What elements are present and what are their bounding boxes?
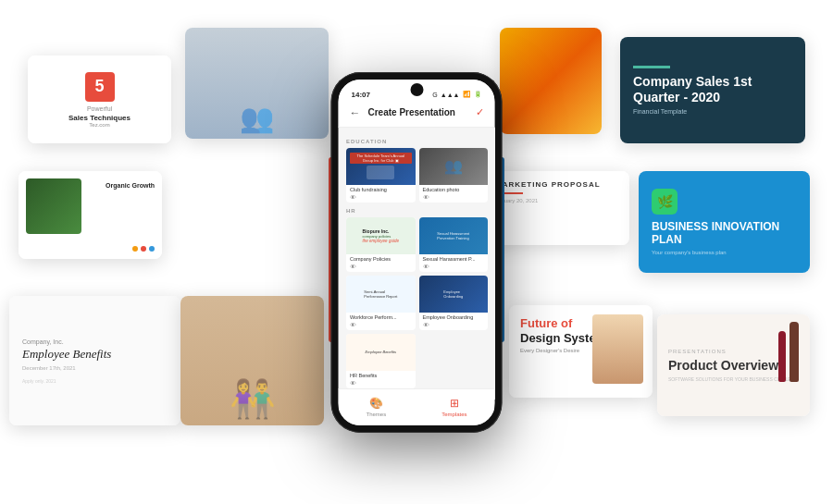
benefits-footer: Apply only. 2021 (22, 378, 168, 384)
club-thumb: The Schedule Team's Annual Group Inc. fo… (346, 148, 416, 185)
card-group-photo (180, 296, 324, 425)
card-people-photo (185, 28, 329, 139)
workforce-thumb: Semi-AnnualPerformance Report (346, 276, 416, 313)
workforce-eye-icon: 👁 (346, 322, 416, 330)
onboarding-thumb: EmployeeOnboarding (418, 276, 488, 313)
confirm-button[interactable]: ✓ (476, 106, 484, 118)
themes-icon: 🎨 (369, 397, 383, 410)
hr-grid: Biopure Inc. company policies the employ… (346, 217, 488, 330)
biz-icon: 🌿 (652, 189, 678, 215)
edu-eye-icon: 👁 (418, 194, 488, 203)
phone-body: 14:07 G ▲▲▲ 📶 🔋 ← Create Presentation ✓ (331, 72, 503, 433)
app-title: Create Presentation (368, 107, 476, 117)
template-list[interactable]: EDUCATION The Schedule Team's Annual Gro… (339, 128, 495, 400)
wifi-icon: 📶 (463, 91, 471, 98)
app-header: ← Create Presentation ✓ (339, 103, 495, 128)
status-icons: G ▲▲▲ 📶 🔋 (432, 91, 481, 98)
biz-title: BUSINESS INNOVATION PLAN (652, 220, 797, 247)
organic-image (26, 178, 81, 234)
section-hr: HR (346, 208, 488, 214)
marketing-title: MARKETING PROPOSAL (495, 180, 620, 189)
organic-dots (132, 246, 155, 252)
templates-icon: ⊞ (450, 397, 459, 410)
company-sales-sub: Financial Template (633, 108, 792, 115)
company-sales-bar (633, 66, 670, 68)
policies-eye-icon: 👁 (346, 264, 416, 272)
battery-icon: 🔋 (474, 91, 482, 98)
main-scene: 5 Powerful Sales Techniques Tez.com Orga… (0, 0, 833, 504)
harassment-name: Sexual Harassment P... (418, 254, 488, 264)
card-abstract (500, 28, 602, 134)
template-education[interactable]: 👥 Education photo 👁 (418, 148, 488, 203)
phone: 14:07 G ▲▲▲ 📶 🔋 ← Create Presentation ✓ (331, 72, 503, 433)
signal-icon: ▲▲▲ (441, 92, 460, 98)
abstract-image (500, 28, 602, 134)
sales-title: Sales Techniques (68, 114, 131, 122)
card-business-innovation: 🌿 BUSINESS INNOVATION PLAN Your company'… (639, 171, 810, 273)
template-workforce[interactable]: Semi-AnnualPerformance Report Workforce … (346, 276, 416, 330)
onboarding-name: Employee Onboarding (418, 313, 488, 322)
card-marketing-proposal: MARKETING PROPOSAL January 20, 2021 (486, 171, 629, 245)
sales-sub: Tez.com (89, 122, 109, 128)
sales-label: Powerful (87, 105, 112, 112)
nav-themes[interactable]: 🎨 Themes (366, 397, 386, 417)
edu-thumb: 👥 (418, 148, 488, 185)
club-eye-icon: 👁 (346, 194, 416, 203)
benefits-date: December 17th, 2021 (22, 365, 168, 371)
card-organic-growth: Organic Growth (19, 171, 162, 259)
nav-templates[interactable]: ⊞ Templates (441, 397, 466, 417)
card-product-overview: Presentations Product Overview SOFTWARE … (657, 314, 810, 416)
card-sales-techniques: 5 Powerful Sales Techniques Tez.com (28, 55, 171, 143)
hr-benefits-eye-icon: 👁 (346, 380, 416, 388)
google-icon: G (432, 92, 437, 98)
education-grid: The Schedule Team's Annual Group Inc. fo… (346, 148, 488, 203)
card-design-systems: Future ofDesign Systems Every Designer's… (509, 305, 653, 398)
template-harassment[interactable]: Sexual HarassmentPrevention Training Sex… (418, 217, 488, 272)
policies-name: Company Policies (346, 254, 416, 264)
policies-thumb: Biopure Inc. company policies the employ… (346, 217, 416, 254)
hr-benefits-thumb: Employee Benefits (346, 334, 416, 371)
company-sales-title: Company Sales 1st Quarter - 2020 (633, 74, 792, 105)
onboarding-eye-icon: 👁 (418, 322, 488, 330)
phone-screen: 14:07 G ▲▲▲ 📶 🔋 ← Create Presentation ✓ (339, 80, 495, 425)
bottom-nav: 🎨 Themes ⊞ Templates (339, 388, 495, 425)
benefits-company: Company, Inc. (22, 338, 168, 345)
template-club-fundraising[interactable]: The Schedule Team's Annual Group Inc. fo… (346, 148, 416, 203)
template-hr-benefits[interactable]: Employee Benefits HR Benefits 👁 (346, 334, 416, 388)
group-image (180, 296, 324, 425)
harassment-thumb: Sexual HarassmentPrevention Training (418, 217, 488, 254)
hr-benefits-name: HR Benefits (346, 371, 416, 380)
biz-sub: Your company's business plan (652, 250, 797, 255)
hr-grid-2: Employee Benefits HR Benefits 👁 (346, 334, 488, 388)
section-education: EDUCATION (346, 139, 488, 144)
people-image (185, 28, 329, 139)
templates-label: Templates (441, 412, 466, 417)
benefits-title: Employee Benefits (22, 347, 168, 362)
club-name: Club fundraising (346, 185, 416, 194)
marketing-date: January 20, 2021 (495, 198, 620, 203)
workforce-name: Workforce Perform... (346, 313, 416, 322)
template-company-policies[interactable]: Biopure Inc. company policies the employ… (346, 217, 416, 272)
back-button[interactable]: ← (350, 106, 361, 119)
card-company-sales: Company Sales 1st Quarter - 2020 Financi… (620, 37, 805, 143)
organic-title: Organic Growth (85, 182, 155, 189)
template-onboarding[interactable]: EmployeeOnboarding Employee Onboarding 👁 (418, 276, 488, 330)
harassment-eye-icon: 👁 (418, 264, 488, 272)
status-time: 14:07 (352, 91, 370, 99)
phone-notch (410, 83, 423, 96)
sales-number: 5 (85, 72, 115, 102)
edu-name: Education photo (418, 185, 488, 194)
card-employee-benefits: Company, Inc. Employee Benefits December… (9, 296, 180, 425)
themes-label: Themes (366, 412, 386, 417)
